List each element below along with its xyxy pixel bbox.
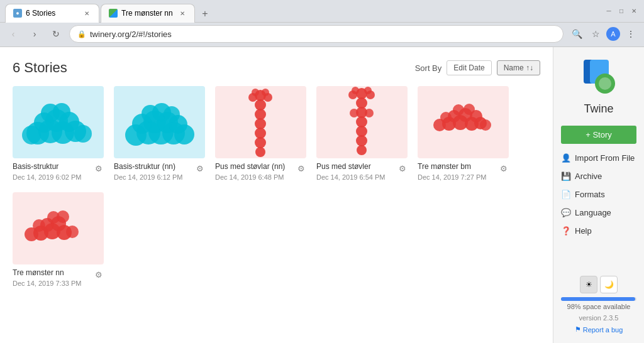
url-bar[interactable]: 🔒 twinery.org/2/#!/stories bbox=[69, 25, 564, 43]
svg-point-29 bbox=[255, 147, 265, 157]
story-date: Dec 14, 2019 6:02 PM bbox=[13, 173, 94, 182]
story-info: Tre mønster bm Dec 14, 2019 7:27 PM ⚙ bbox=[418, 162, 509, 182]
sort-controls: Sort By Edit Date Name ↑↓ bbox=[415, 60, 540, 75]
main-layout: 6 Stories Sort By Edit Date Name ↑↓ bbox=[0, 47, 644, 343]
story-gear-icon[interactable]: ⚙ bbox=[397, 163, 408, 175]
story-thumbnail[interactable] bbox=[13, 86, 104, 158]
version-text: version 2.3.5 bbox=[579, 314, 619, 322]
tab-close-stories[interactable]: ✕ bbox=[82, 9, 91, 18]
bug-icon: ⚑ bbox=[575, 325, 581, 334]
new-tab-button[interactable]: + bbox=[196, 5, 214, 23]
menu-icon[interactable]: ⋮ bbox=[623, 26, 639, 42]
story-gear-icon[interactable]: ⚙ bbox=[94, 269, 104, 281]
story-meta: Tre mønster bm Dec 14, 2019 7:27 PM bbox=[418, 162, 499, 182]
sidebar-archive-link[interactable]: 💾 Archive bbox=[561, 170, 636, 183]
bookmark-icon[interactable]: ☆ bbox=[587, 26, 604, 42]
svg-point-56 bbox=[480, 119, 491, 131]
story-info: Basis-struktur (nn) Dec 14, 2019 6:12 PM… bbox=[114, 162, 205, 182]
import-icon: 👤 bbox=[561, 153, 571, 163]
browser-chrome: ● 6 Stories ✕ Tre mønster nn ✕ + ─ □ ✕ bbox=[0, 0, 644, 23]
story-info: Tre mønster nn Dec 14, 2019 7:33 PM ⚙ bbox=[13, 268, 104, 288]
story-thumbnail[interactable] bbox=[418, 86, 509, 158]
report-bug-label: Report a bug bbox=[583, 326, 623, 334]
tab-close-monster[interactable]: ✕ bbox=[178, 9, 187, 18]
story-meta: Basis-struktur (nn) Dec 14, 2019 6:12 PM bbox=[114, 162, 195, 182]
page-title: 6 Stories bbox=[13, 60, 67, 76]
refresh-button[interactable]: ↻ bbox=[48, 26, 64, 42]
story-info: Pus med støvler Dec 14, 2019 6:54 PM ⚙ bbox=[316, 162, 408, 182]
back-button[interactable]: ‹ bbox=[5, 26, 21, 42]
sidebar-import-link[interactable]: 👤 Import From File bbox=[561, 151, 636, 165]
tab-tre-monster[interactable]: Tre mønster nn ✕ bbox=[101, 4, 195, 23]
story-name: Pus med støvler bbox=[316, 162, 397, 172]
minimize-button[interactable]: ─ bbox=[604, 6, 614, 16]
sidebar-formats-link[interactable]: 📄 Formats bbox=[561, 188, 636, 201]
avatar[interactable]: A bbox=[606, 27, 620, 41]
story-card: Basis-struktur Dec 14, 2019 6:02 PM ⚙ bbox=[13, 86, 104, 182]
lock-icon: 🔒 bbox=[77, 30, 86, 38]
story-meta: Pus med støvler Dec 14, 2019 6:54 PM bbox=[316, 162, 397, 182]
svg-point-9 bbox=[22, 126, 41, 144]
formats-icon: 📄 bbox=[561, 190, 571, 199]
svg-point-68 bbox=[57, 210, 69, 223]
svg-point-46 bbox=[365, 109, 374, 117]
language-icon: 💬 bbox=[561, 208, 571, 217]
story-card: Pus med støvler Dec 14, 2019 6:54 PM ⚙ bbox=[316, 86, 408, 182]
light-theme-button[interactable]: ☀ bbox=[580, 276, 597, 293]
svg-point-39 bbox=[356, 135, 367, 146]
sort-name-button[interactable]: Name ↑↓ bbox=[497, 60, 540, 75]
story-thumbnail[interactable] bbox=[215, 86, 306, 158]
story-meta: Basis-struktur Dec 14, 2019 6:02 PM bbox=[13, 162, 94, 182]
theme-toggle: ☀ 🌙 bbox=[580, 276, 618, 293]
tab-label-monster: Tre mønster nn bbox=[121, 9, 173, 18]
dark-theme-button[interactable]: 🌙 bbox=[600, 276, 618, 293]
sidebar-language-link[interactable]: 💬 Language bbox=[561, 206, 636, 219]
toolbar-icons: 🔍 ☆ A ⋮ bbox=[569, 26, 639, 42]
story-name: Tre mønster nn bbox=[13, 268, 94, 278]
tab-6-stories[interactable]: ● 6 Stories ✕ bbox=[5, 4, 99, 23]
story-info: Pus med støvlar (nn) Dec 14, 2019 6:48 P… bbox=[215, 162, 306, 182]
svg-point-8 bbox=[53, 103, 70, 121]
story-gear-icon[interactable]: ⚙ bbox=[499, 163, 509, 175]
sidebar-import-label: Import From File bbox=[575, 153, 635, 163]
svg-point-58 bbox=[464, 104, 475, 115]
stories-grid: Basis-struktur Dec 14, 2019 6:02 PM ⚙ bbox=[13, 86, 540, 288]
add-story-button[interactable]: + Story bbox=[561, 126, 636, 144]
svg-point-72 bbox=[599, 77, 611, 90]
story-name: Basis-struktur (nn) bbox=[114, 162, 195, 172]
story-gear-icon[interactable]: ⚙ bbox=[94, 163, 104, 175]
sidebar: Twine + Story 👤 Import From File 💾 Archi… bbox=[553, 47, 644, 343]
svg-point-65 bbox=[33, 219, 45, 232]
search-icon[interactable]: 🔍 bbox=[569, 26, 585, 42]
story-gear-icon[interactable]: ⚙ bbox=[296, 163, 306, 175]
sidebar-help-link[interactable]: ❓ Help bbox=[561, 224, 636, 237]
sidebar-formats-label: Formats bbox=[575, 190, 605, 199]
svg-point-32 bbox=[252, 89, 259, 96]
tab-label-stories: 6 Stories bbox=[26, 9, 55, 18]
svg-point-44 bbox=[364, 87, 372, 94]
story-date: Dec 14, 2019 7:27 PM bbox=[418, 173, 499, 182]
story-card: Tre mønster bm Dec 14, 2019 7:27 PM ⚙ bbox=[418, 86, 509, 182]
story-info: Basis-struktur Dec 14, 2019 6:02 PM ⚙ bbox=[13, 162, 104, 182]
twine-logo bbox=[579, 57, 619, 97]
window-controls: ─ □ ✕ bbox=[604, 6, 639, 16]
story-gear-icon[interactable]: ⚙ bbox=[195, 163, 205, 175]
story-thumbnail[interactable] bbox=[13, 192, 104, 264]
tab-favicon-stories: ● bbox=[13, 9, 22, 18]
close-button[interactable]: ✕ bbox=[629, 6, 639, 16]
story-thumbnail[interactable] bbox=[114, 86, 205, 158]
sidebar-language-label: Language bbox=[575, 208, 611, 217]
forward-button[interactable]: › bbox=[26, 26, 43, 42]
progress-text: 98% space available bbox=[561, 303, 636, 310]
svg-point-10 bbox=[74, 125, 92, 143]
sort-edit-date-button[interactable]: Edit Date bbox=[447, 60, 491, 75]
svg-point-33 bbox=[262, 89, 269, 96]
maximize-button[interactable]: □ bbox=[616, 6, 626, 16]
content-header: 6 Stories Sort By Edit Date Name ↑↓ bbox=[13, 60, 540, 76]
report-bug-link[interactable]: ⚑ Report a bug bbox=[575, 325, 623, 334]
story-name: Pus med støvlar (nn) bbox=[215, 162, 296, 172]
story-thumbnail[interactable] bbox=[316, 86, 408, 158]
tab-favicon-monster bbox=[109, 9, 118, 18]
story-meta: Tre mønster nn Dec 14, 2019 7:33 PM bbox=[13, 268, 94, 288]
twine-title: Twine bbox=[584, 102, 613, 116]
